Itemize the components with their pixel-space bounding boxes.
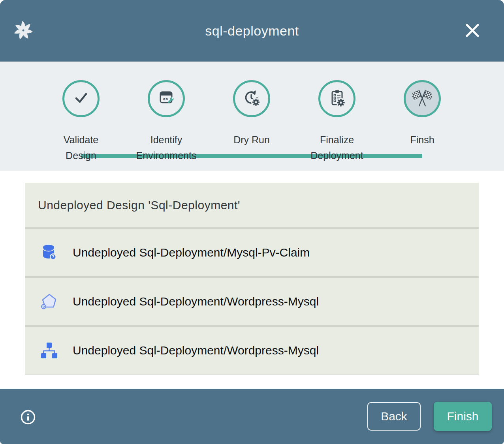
step-finish: Finsh [380, 62, 465, 171]
topology-tree-icon [39, 341, 58, 360]
modal-footer: Back Finish [0, 389, 504, 444]
checkmark-icon [71, 88, 90, 109]
close-button[interactable] [464, 22, 481, 39]
svg-text:?: ? [52, 255, 54, 259]
checkered-flags-icon [412, 88, 432, 109]
code-window-wrench-icon: <> [157, 88, 176, 109]
progress-stepper: Validate Design <> [0, 62, 504, 171]
svg-text:<>: <> [163, 96, 168, 102]
result-row-wordpress-mysql-1: Undeployed Sql-Deployment/Wordpress-Mysq… [25, 278, 479, 325]
result-row-mysql-pv-claim: ? Undeployed Sql-Deployment/Mysql-Pv-Cla… [25, 229, 479, 276]
step-label: Validate Design [64, 132, 99, 163]
result-row-text: Undeployed Sql-Deployment/Mysql-Pv-Claim [73, 246, 310, 259]
modal-header: sql-deployment [0, 0, 504, 62]
finish-button[interactable]: Finish [434, 402, 492, 431]
modal-title: sql-deployment [0, 0, 504, 62]
undeploy-results-panel: Undeployed Design 'Sql-Deployment' ? Und… [25, 183, 479, 375]
results-content: Undeployed Design 'Sql-Deployment' ? Und… [0, 171, 504, 389]
step-identify-environments: <> Identify Environments [124, 62, 209, 171]
panel-header: Undeployed Design 'Sql-Deployment' [25, 183, 479, 227]
step-label: Finalize Deployment [310, 132, 363, 163]
step-label: Dry Run [233, 132, 270, 148]
step-validate-design: Validate Design [38, 62, 124, 171]
result-row-wordpress-mysql-2: Undeployed Sql-Deployment/Wordpress-Mysq… [25, 327, 479, 374]
rerun-gear-icon [242, 88, 261, 109]
result-row-text: Undeployed Sql-Deployment/Wordpress-Mysq… [73, 344, 319, 357]
back-button[interactable]: Back [367, 402, 421, 431]
database-question-icon: ? [39, 243, 58, 262]
pentagon-pod-icon [39, 292, 58, 311]
result-row-text: Undeployed Sql-Deployment/Wordpress-Mysq… [73, 295, 319, 308]
step-finalize-deployment: Finalize Deployment [294, 62, 380, 171]
step-dry-run: Dry Run [209, 62, 294, 171]
close-x-icon [464, 22, 481, 40]
deployment-wizard-modal: sql-deployment [0, 0, 504, 444]
pinwheel-logo-icon [12, 19, 35, 42]
step-label: Finsh [410, 132, 434, 148]
info-icon [20, 420, 36, 426]
info-button[interactable] [20, 409, 36, 425]
clipboard-gear-icon [327, 88, 346, 109]
step-label: Identify Environments [136, 132, 197, 163]
